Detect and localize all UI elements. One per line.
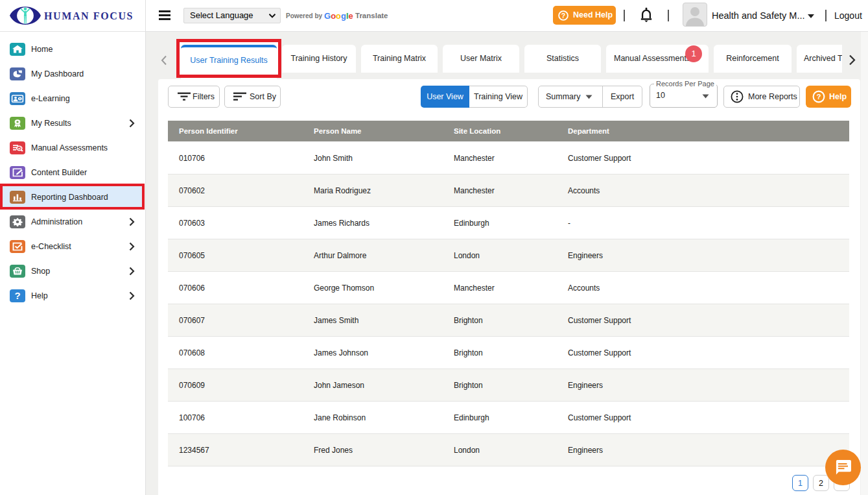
svg-text:?: ? <box>561 11 565 19</box>
svg-text:?: ? <box>816 93 821 101</box>
